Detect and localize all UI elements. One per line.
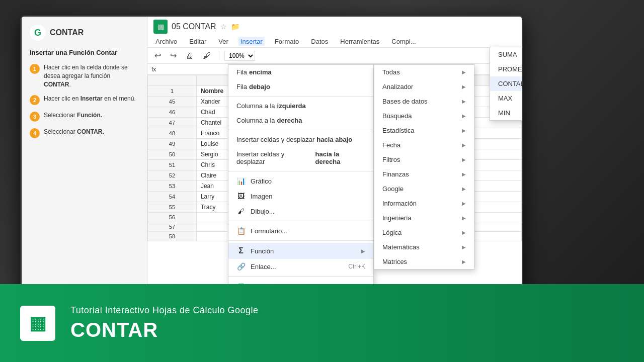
submenu-item-promedio[interactable]: PROMEDIO xyxy=(490,62,522,76)
menu-archivo[interactable]: Archivo xyxy=(153,37,179,46)
cat-fecha[interactable]: Fecha xyxy=(374,138,474,152)
menu-item-enlace[interactable]: 🔗 Enlace... Ctrl+K xyxy=(228,259,373,274)
menu-formato[interactable]: Formato xyxy=(273,37,301,46)
bottom-overlay: ▦ Tutorial Interactivo Hojas de Cálculo … xyxy=(0,284,644,362)
menu-item-formulario[interactable]: 📋 Formulario... xyxy=(228,223,373,238)
row-num: 54 xyxy=(148,192,197,202)
cat-fecha-label: Fecha xyxy=(382,141,400,149)
categories-submenu: Todas Analizador Bases de datos Búsqueda… xyxy=(374,64,474,269)
cat-informacion[interactable]: Información xyxy=(374,196,474,211)
sidebar-logo: G xyxy=(30,25,46,41)
logo-letter: G xyxy=(34,28,41,38)
submenu-item-max[interactable]: MAX xyxy=(490,91,522,106)
row-num: 47 xyxy=(148,118,197,128)
cat-todas[interactable]: Todas xyxy=(374,65,474,79)
sidebar-title: CONTAR xyxy=(50,28,84,37)
menu-item-fila-debajo[interactable]: Fila debajo xyxy=(228,79,373,94)
suma-label: SUMA xyxy=(498,51,517,58)
cat-finanzas[interactable]: Finanzas xyxy=(374,167,474,182)
shortcut-ctrl-k: Ctrl+K xyxy=(348,263,365,270)
row-num: 57 xyxy=(148,222,197,232)
redo-button[interactable]: ↪ xyxy=(167,50,180,61)
corner-header xyxy=(148,75,197,86)
cat-busqueda[interactable]: Búsqueda xyxy=(374,109,474,123)
step-text-1: Hacer clic en la celda donde se desea ag… xyxy=(44,63,139,88)
contar-label: CONTAR xyxy=(498,80,522,87)
row-num: 52 xyxy=(148,170,197,181)
cat-todas-label: Todas xyxy=(382,68,400,76)
row-num: 55 xyxy=(148,202,197,213)
cat-matematicas[interactable]: Matemáticas xyxy=(374,240,474,254)
menu-separator xyxy=(228,96,373,97)
undo-button[interactable]: ↩ xyxy=(151,50,164,61)
cat-analizador-label: Analizador xyxy=(382,83,413,90)
menu-item-insertar-abajo[interactable]: Insertar celdas y desplazar hacia abajo xyxy=(228,132,373,147)
spreadsheet-area: ▦ 05 CONTAR ☆ 📁 Archivo Editar Ver Inser… xyxy=(147,17,522,295)
menu-item-columna-izquierda[interactable]: Columna a la izquierda xyxy=(228,99,373,113)
row-num: 45 xyxy=(148,97,197,107)
image-icon: 🖼 xyxy=(236,192,246,200)
menu-item-dibujo[interactable]: 🖌 Dibujo... xyxy=(228,204,373,219)
row-num: 48 xyxy=(148,128,197,139)
toolbar: ↩ ↪ 🖨 🖌 100% xyxy=(147,48,522,64)
menu-ver[interactable]: Ver xyxy=(216,37,230,46)
sheets-icon: ▦ xyxy=(153,20,168,34)
menu-insertar[interactable]: Insertar xyxy=(238,37,265,46)
bottom-logo-area: ▦ xyxy=(20,306,55,341)
menu-item-imagen[interactable]: 🖼 Imagen xyxy=(228,189,373,204)
function-submenu: SUMA PROMEDIO CONTAR MAX MIN xyxy=(490,47,522,121)
row-num: 53 xyxy=(148,181,197,192)
sheets-topbar: ▦ 05 CONTAR ☆ 📁 Archivo Editar Ver Inser… xyxy=(147,17,522,48)
cat-google-label: Google xyxy=(382,185,404,193)
cell-reference: fx xyxy=(151,66,172,73)
tutorial-sidebar: G CONTAR Insertar una Función Contar 1 H… xyxy=(22,17,147,295)
folder-icon[interactable]: 📁 xyxy=(231,23,239,31)
row-num: 49 xyxy=(148,139,197,149)
star-icon[interactable]: ☆ xyxy=(220,23,227,31)
menu-editar[interactable]: Editar xyxy=(187,37,208,46)
bottom-title: CONTAR xyxy=(70,319,259,341)
paint-format-button[interactable]: 🖌 xyxy=(200,50,214,61)
menu-item-columna-derecha[interactable]: Columna a la derecha xyxy=(228,113,373,128)
cat-ingenieria[interactable]: Ingeniería xyxy=(374,211,474,225)
submenu-item-min[interactable]: MIN xyxy=(490,106,522,120)
bottom-text: Tutorial Interactivo Hojas de Cálculo Go… xyxy=(70,305,259,341)
menu-datos[interactable]: Datos xyxy=(309,37,330,46)
menu-item-funcion[interactable]: Σ Función xyxy=(228,243,373,259)
menu-item-insertar-derecha[interactable]: Insertar celdas y desplazar hacia la der… xyxy=(228,147,373,169)
row-num: 1 xyxy=(148,86,197,97)
tutorial-step-1: 1 Hacer clic en la celda donde se desea … xyxy=(30,63,139,88)
menu-herramientas[interactable]: Herramientas xyxy=(338,37,381,46)
submenu-item-contar[interactable]: CONTAR xyxy=(490,76,522,91)
menu-separator xyxy=(228,130,373,130)
chart-icon: 📊 xyxy=(236,177,246,185)
big-sheets-symbol: ▦ xyxy=(29,313,46,334)
print-button[interactable]: 🖨 xyxy=(183,50,197,61)
row-num: 58 xyxy=(148,232,197,241)
bottom-subtitle: Tutorial Interactivo Hojas de Cálculo Go… xyxy=(70,305,259,316)
cat-estadistica[interactable]: Estadística xyxy=(374,123,474,138)
menu-complementos[interactable]: Compl... xyxy=(389,37,418,46)
cat-bases-label: Bases de datos xyxy=(382,98,428,105)
cat-bases[interactable]: Bases de datos xyxy=(374,94,474,109)
cat-estadistica-label: Estadística xyxy=(382,127,415,134)
cat-analizador[interactable]: Analizador xyxy=(374,79,474,94)
cat-google[interactable]: Google xyxy=(374,182,474,196)
cat-matrices[interactable]: Matrices xyxy=(374,254,474,269)
sheets-logo-symbol: ▦ xyxy=(157,23,164,31)
row-num: 50 xyxy=(148,149,197,160)
sheets-menu: Archivo Editar Ver Insertar Formato Dato… xyxy=(153,36,516,47)
sheets-title-row: ▦ 05 CONTAR ☆ 📁 xyxy=(153,20,516,34)
menu-item-grafico[interactable]: 📊 Gráfico xyxy=(228,173,373,189)
cat-filtros[interactable]: Filtros xyxy=(374,152,474,167)
menu-item-fila-encima[interactable]: Fila encima xyxy=(228,65,373,79)
tutorial-heading: Insertar una Función Contar xyxy=(30,49,139,56)
cat-logica[interactable]: Lógica xyxy=(374,225,474,240)
step-text-4: Seleccionar CONTAR. xyxy=(44,128,104,136)
step-text-3: Seleccionar Función. xyxy=(44,111,102,120)
zoom-select[interactable]: 100% xyxy=(224,51,255,61)
menu-separator xyxy=(228,171,373,171)
tutorial-step-3: 3 Seleccionar Función. xyxy=(30,111,139,122)
cat-matematicas-label: Matemáticas xyxy=(382,243,420,251)
submenu-item-suma[interactable]: SUMA xyxy=(490,47,522,62)
